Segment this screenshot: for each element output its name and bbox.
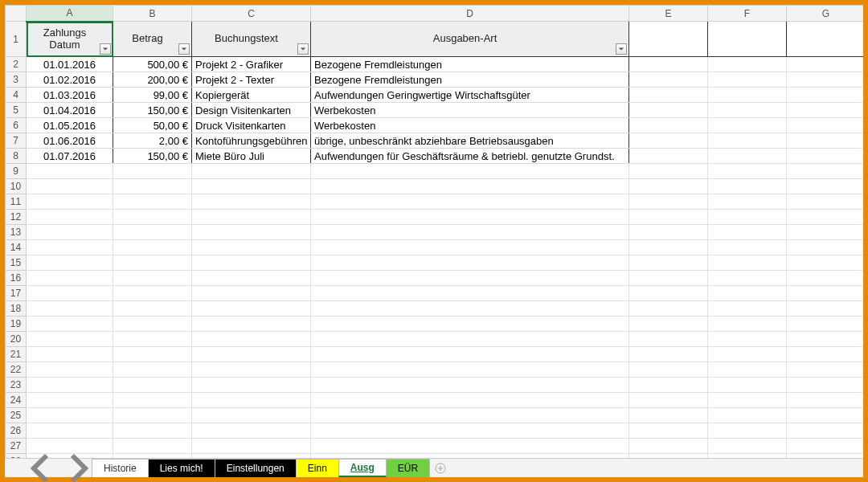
row-header-24[interactable]: 24 — [6, 393, 27, 408]
row-header-22[interactable]: 22 — [6, 362, 27, 378]
cell-D5[interactable]: Werbekosten — [311, 103, 629, 118]
cell-C5[interactable]: Design Visitenkarten — [192, 103, 311, 118]
cell-E27[interactable] — [629, 439, 708, 454]
row-header-25[interactable]: 25 — [6, 408, 27, 423]
cell-C20[interactable] — [192, 332, 311, 347]
cell-C12[interactable] — [192, 210, 311, 225]
cell-B24[interactable] — [113, 393, 192, 408]
cell-D15[interactable] — [311, 255, 629, 271]
cell-D24[interactable] — [311, 393, 629, 408]
cell-E6[interactable] — [629, 118, 708, 133]
row-header-14[interactable]: 14 — [6, 240, 27, 255]
cell-C16[interactable] — [192, 271, 311, 286]
cell-A28[interactable] — [27, 454, 113, 459]
cell-D19[interactable] — [311, 317, 629, 332]
cell-F9[interactable] — [708, 164, 787, 179]
cell-E13[interactable] — [629, 225, 708, 240]
cell-B3[interactable]: 200,00 € — [113, 72, 192, 88]
cell-C18[interactable] — [192, 301, 311, 317]
grid-area[interactable]: ABCDEFG1ZahlungsDatumBetragBuchungstextA… — [5, 5, 863, 458]
cell-F20[interactable] — [708, 332, 787, 347]
cell-F22[interactable] — [708, 362, 787, 378]
cell-B17[interactable] — [113, 286, 192, 301]
sheet-tab-e-r[interactable]: EÜR — [386, 459, 430, 477]
row-header-11[interactable]: 11 — [6, 194, 27, 210]
row-header-15[interactable]: 15 — [6, 255, 27, 271]
row-header-17[interactable]: 17 — [6, 286, 27, 301]
cell-G6[interactable] — [787, 118, 864, 133]
sheet-tab-lies-mich-[interactable]: Lies mich! — [148, 459, 215, 477]
cell-F1[interactable] — [708, 22, 787, 57]
column-header-C[interactable]: C — [192, 6, 311, 22]
cell-C24[interactable] — [192, 393, 311, 408]
cell-A13[interactable] — [27, 225, 113, 240]
cell-F12[interactable] — [708, 210, 787, 225]
cell-D7[interactable]: übrige, unbeschränkt abziehbare Betriebs… — [311, 133, 629, 149]
cell-F26[interactable] — [708, 423, 787, 439]
cell-E5[interactable] — [629, 103, 708, 118]
cell-E2[interactable] — [629, 57, 708, 72]
cell-C11[interactable] — [192, 194, 311, 210]
cell-B15[interactable] — [113, 255, 192, 271]
cell-F18[interactable] — [708, 301, 787, 317]
cell-A11[interactable] — [27, 194, 113, 210]
row-header-23[interactable]: 23 — [6, 378, 27, 393]
cell-C3[interactable]: Projekt 2 - Texter — [192, 72, 311, 88]
sheet-tab-einstellungen[interactable]: Einstellungen — [215, 459, 297, 477]
cell-D3[interactable]: Bezogene Fremdleistungen — [311, 72, 629, 88]
cell-B13[interactable] — [113, 225, 192, 240]
cell-E23[interactable] — [629, 378, 708, 393]
cell-D14[interactable] — [311, 240, 629, 255]
cell-A14[interactable] — [27, 240, 113, 255]
cell-G5[interactable] — [787, 103, 864, 118]
row-header-8[interactable]: 8 — [6, 149, 27, 164]
cell-F2[interactable] — [708, 57, 787, 72]
cell-G25[interactable] — [787, 408, 864, 423]
cell-E20[interactable] — [629, 332, 708, 347]
column-header-E[interactable]: E — [629, 6, 708, 22]
sheet-tab-ausg[interactable]: Ausg — [338, 459, 387, 477]
cell-D18[interactable] — [311, 301, 629, 317]
row-header-16[interactable]: 16 — [6, 271, 27, 286]
filter-dropdown-icon[interactable] — [297, 43, 309, 55]
header-cell-buchungstext[interactable]: Buchungstext — [192, 22, 311, 57]
cell-D9[interactable] — [311, 164, 629, 179]
cell-G13[interactable] — [787, 225, 864, 240]
cell-E7[interactable] — [629, 133, 708, 149]
cell-A21[interactable] — [27, 347, 113, 362]
column-header-F[interactable]: F — [708, 6, 787, 22]
cell-D25[interactable] — [311, 408, 629, 423]
header-cell-betrag[interactable]: Betrag — [113, 22, 192, 57]
cell-E4[interactable] — [629, 88, 708, 103]
cell-E21[interactable] — [629, 347, 708, 362]
filter-dropdown-icon[interactable] — [178, 43, 190, 55]
cell-G23[interactable] — [787, 378, 864, 393]
tab-nav-prev[interactable] — [27, 459, 59, 477]
cell-C4[interactable]: Kopiergerät — [192, 88, 311, 103]
header-cell-ausgabenart[interactable]: Ausgaben-Art — [311, 22, 629, 57]
cell-G15[interactable] — [787, 255, 864, 271]
row-header-12[interactable]: 12 — [6, 210, 27, 225]
row-header-5[interactable]: 5 — [6, 103, 27, 118]
row-header-21[interactable]: 21 — [6, 347, 27, 362]
cell-C17[interactable] — [192, 286, 311, 301]
cell-A6[interactable]: 01.05.2016 — [27, 118, 113, 133]
row-header-1[interactable]: 1 — [6, 22, 27, 57]
cell-G1[interactable] — [787, 22, 864, 57]
cell-D10[interactable] — [311, 179, 629, 194]
cell-F25[interactable] — [708, 408, 787, 423]
cell-A23[interactable] — [27, 378, 113, 393]
cell-C15[interactable] — [192, 255, 311, 271]
cell-F4[interactable] — [708, 88, 787, 103]
cell-G20[interactable] — [787, 332, 864, 347]
header-cell-zahlungsdatum[interactable]: ZahlungsDatum — [27, 22, 113, 57]
cell-F5[interactable] — [708, 103, 787, 118]
cell-F7[interactable] — [708, 133, 787, 149]
cell-B21[interactable] — [113, 347, 192, 362]
cell-A16[interactable] — [27, 271, 113, 286]
cell-B9[interactable] — [113, 164, 192, 179]
cell-C13[interactable] — [192, 225, 311, 240]
cell-A20[interactable] — [27, 332, 113, 347]
cell-B19[interactable] — [113, 317, 192, 332]
cell-B14[interactable] — [113, 240, 192, 255]
